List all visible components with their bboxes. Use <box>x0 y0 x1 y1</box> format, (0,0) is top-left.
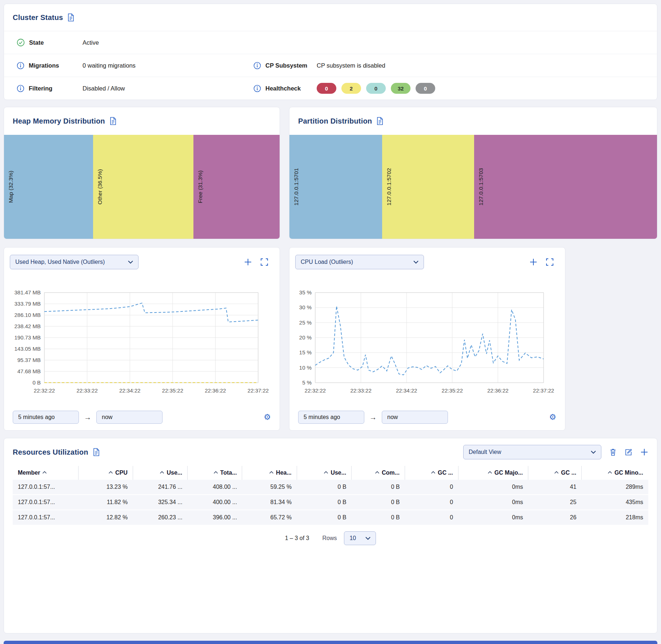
partition-distribution-bar: 127.0.0.1:5701127.0.0.1:5702127.0.0.1:57… <box>289 135 657 239</box>
column-header-1[interactable]: CPU <box>78 466 133 480</box>
svg-text:22:37:22: 22:37:22 <box>533 387 554 394</box>
column-header-7[interactable]: GC ... <box>405 466 458 480</box>
cluster-status-title: Cluster Status <box>13 13 63 22</box>
state-value: Active <box>83 39 99 46</box>
heap-distribution-title: Heap Memory Distribution <box>13 117 105 125</box>
healthcheck-badge[interactable]: 0 <box>366 83 386 94</box>
cpu-chart-card: CPU Load (Outliers) 5 %10 %15 %20 %25 %3… <box>289 247 565 431</box>
healthcheck-badge[interactable]: 0 <box>317 83 336 94</box>
document-icon[interactable] <box>109 117 117 125</box>
metric-select[interactable]: Used Heap, Used Native (Outliers) <box>10 255 139 269</box>
migrations-label: Migrations <box>29 62 59 69</box>
migrations-value: 0 waiting migrations <box>83 62 136 69</box>
column-header-0[interactable]: Member <box>13 466 78 480</box>
column-header-8[interactable]: GC Majo... <box>458 466 528 480</box>
metric-select[interactable]: CPU Load (Outliers) <box>295 255 424 269</box>
segment-label: 127.0.0.1:5702 <box>386 168 392 205</box>
rows-label: Rows <box>322 535 337 542</box>
table-cell: 0 B <box>297 510 351 525</box>
svg-text:5 %: 5 % <box>302 379 312 386</box>
add-view-icon[interactable] <box>640 448 648 456</box>
table-cell: 127.0.0.1:57... <box>13 495 78 510</box>
table-row[interactable]: 127.0.0.1:57...13.23 %241.76 ...408.00 .… <box>13 480 648 495</box>
info-icon[interactable] <box>253 85 261 92</box>
chevron-down-icon <box>413 261 418 264</box>
table-cell: 25 <box>528 495 582 510</box>
svg-text:381.47 MB: 381.47 MB <box>14 289 41 295</box>
chevron-down-icon <box>365 537 370 540</box>
time-to-input[interactable]: now <box>96 411 163 424</box>
table-cell: 218ms <box>581 510 648 525</box>
arrow-right-icon: → <box>369 413 377 422</box>
table-cell: 81.34 % <box>242 495 297 510</box>
time-to-input[interactable]: now <box>382 411 448 424</box>
table-row[interactable]: 127.0.0.1:57...12.82 %260.23 ...396.00 .… <box>13 510 648 525</box>
info-icon[interactable] <box>17 62 24 69</box>
table-cell: 0 <box>405 480 458 495</box>
resources-table-head-row: MemberCPUUse...Tota...Hea...Use...Com...… <box>13 466 648 480</box>
document-icon[interactable] <box>67 13 75 21</box>
svg-text:333.79 MB: 333.79 MB <box>14 301 41 307</box>
resources-table-body: 127.0.0.1:57...13.23 %241.76 ...408.00 .… <box>13 480 648 525</box>
view-select[interactable]: Default View <box>463 445 601 459</box>
info-icon[interactable] <box>253 62 261 69</box>
time-from-input[interactable]: 5 minutes ago <box>298 411 364 424</box>
edit-view-icon[interactable] <box>625 448 632 456</box>
cluster-status-card: Cluster Status State Active Migrations 0 <box>4 4 657 100</box>
rows-per-page-select[interactable]: 10 <box>344 531 376 545</box>
column-header-6[interactable]: Com... <box>352 466 405 480</box>
column-header-4[interactable]: Hea... <box>242 466 297 480</box>
table-cell: 400.00 ... <box>188 495 242 510</box>
resources-utilization-card: Resources Utilization Default View Membe… <box>4 438 657 633</box>
svg-text:15 %: 15 % <box>299 349 312 355</box>
filtering-label: Filtering <box>29 85 52 92</box>
svg-text:190.73 MB: 190.73 MB <box>14 334 41 341</box>
document-icon[interactable] <box>376 117 384 125</box>
metric-select-value: Used Heap, Used Native (Outliers) <box>15 259 105 265</box>
table-row[interactable]: 127.0.0.1:57...11.82 %325.34 ...400.00 .… <box>13 495 648 510</box>
document-icon[interactable] <box>93 448 100 456</box>
fullscreen-icon[interactable] <box>546 258 553 266</box>
column-header-5[interactable]: Use... <box>297 466 351 480</box>
svg-text:47.68 MB: 47.68 MB <box>17 368 41 374</box>
distribution-segment: 127.0.0.1:5701 <box>289 135 382 239</box>
table-cell: 127.0.0.1:57... <box>13 480 78 495</box>
table-cell: 260.23 ... <box>133 510 187 525</box>
time-from-input[interactable]: 5 minutes ago <box>13 411 79 424</box>
fullscreen-icon[interactable] <box>261 258 268 266</box>
svg-text:22:35:22: 22:35:22 <box>442 387 463 394</box>
column-header-10[interactable]: GC Mino... <box>581 466 648 480</box>
chevron-down-icon <box>128 261 133 264</box>
table-cell: 127.0.0.1:57... <box>13 510 78 525</box>
svg-text:35 %: 35 % <box>299 289 312 295</box>
delete-view-icon[interactable] <box>609 448 617 456</box>
healthcheck-badge[interactable]: 2 <box>341 83 361 94</box>
gear-icon[interactable]: ⚙ <box>264 413 271 421</box>
healthcheck-badge[interactable]: 32 <box>391 83 410 94</box>
filtering-healthcheck-row: Filtering Disabled / Allow Healthcheck 0… <box>4 77 657 100</box>
state-label: State <box>29 39 44 46</box>
distribution-segment: Map (32.3%) <box>4 135 93 239</box>
arrow-right-icon: → <box>84 413 91 422</box>
add-widget-icon[interactable] <box>529 258 537 266</box>
svg-text:286.10 MB: 286.10 MB <box>14 312 41 318</box>
healthcheck-badge[interactable]: 0 <box>416 83 435 94</box>
state-row: State Active <box>4 31 657 54</box>
distribution-segment: Other (36.5%) <box>93 135 193 239</box>
add-widget-icon[interactable] <box>244 258 252 266</box>
distribution-segment: 127.0.0.1:5702 <box>382 135 474 239</box>
column-header-2[interactable]: Use... <box>133 466 187 480</box>
svg-text:30 %: 30 % <box>299 304 312 310</box>
svg-text:238.42 MB: 238.42 MB <box>14 323 41 329</box>
svg-text:143.05 MB: 143.05 MB <box>14 346 41 352</box>
info-icon[interactable] <box>17 85 24 92</box>
column-header-9[interactable]: GC ... <box>528 466 582 480</box>
gear-icon[interactable]: ⚙ <box>549 413 556 421</box>
column-header-3[interactable]: Tota... <box>188 466 242 480</box>
svg-text:22:34:22: 22:34:22 <box>119 387 140 394</box>
table-cell: 408.00 ... <box>188 480 242 495</box>
distribution-segment: 127.0.0.1:5703 <box>474 135 657 239</box>
svg-text:10 %: 10 % <box>299 365 312 371</box>
table-cell: 65.72 % <box>242 510 297 525</box>
table-cell: 0 B <box>352 510 405 525</box>
